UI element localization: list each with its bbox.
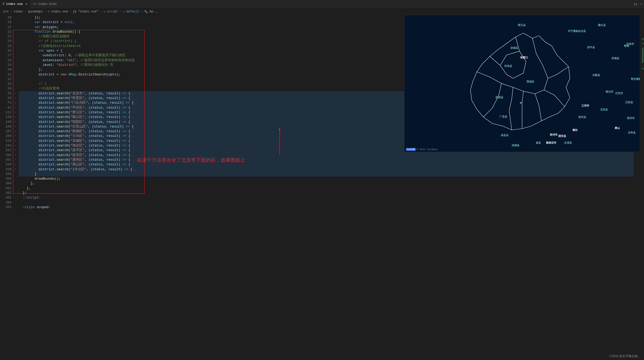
fold-toggle[interactable]: › xyxy=(13,91,18,96)
code-line[interactable]: <style scoped> xyxy=(19,205,644,210)
line-number: 362 xyxy=(0,191,13,195)
line-number: 23 xyxy=(0,34,13,39)
split-icon[interactable]: ⫿⫿ xyxy=(634,2,637,6)
line-number: 54 xyxy=(0,96,13,101)
code-line[interactable]: }, xyxy=(19,186,644,191)
map-label: 廊坊 xyxy=(572,128,578,132)
fold-toggle[interactable]: › xyxy=(13,129,18,134)
tab-actions: ⫿⫿ ⋯ xyxy=(632,0,644,8)
map-preview: 察北县丰宁满族自治县隆化县赤城县滦平县平泉市喀喇张家口承德县怀来县兴隆县青龙满族… xyxy=(404,15,640,152)
line-number: 361 xyxy=(0,186,13,191)
fold-toggle[interactable]: › xyxy=(13,124,18,129)
code-line[interactable]: }, xyxy=(19,181,644,186)
fold-toggle[interactable]: › xyxy=(13,143,18,148)
crumb[interactable]: gaodeApi xyxy=(28,10,43,13)
map-label: 青龙满族自治 xyxy=(631,77,640,81)
fold-gutter: ››››››››››››››››› xyxy=(13,15,18,360)
tab-index-html[interactable]: <> index.html xyxy=(30,0,59,8)
map-label: 涿州市 xyxy=(550,133,558,137)
breadcrumb[interactable]: src› views› gaodeApi› Vindex.vue› {}"ind… xyxy=(0,9,644,15)
map-label: 隆化县 xyxy=(598,23,606,27)
fold-toggle[interactable]: › xyxy=(13,139,18,143)
crumb[interactable]: me... xyxy=(149,10,159,13)
fold-toggle[interactable]: › xyxy=(13,96,18,101)
line-number: 364 xyxy=(0,200,13,205)
line-number: 320 xyxy=(0,162,13,167)
line-number: 29 xyxy=(0,63,13,67)
code-line[interactable]: district.search("房山区", (status, result) … xyxy=(19,162,644,167)
minimap[interactable] xyxy=(641,23,643,360)
line-number: 339 xyxy=(0,167,13,172)
map-label: 玉田县 xyxy=(600,108,608,111)
tab-index-vue[interactable]: V index.vue × xyxy=(0,0,30,8)
line-number: 73 xyxy=(0,101,13,105)
map-label: 遵化市 xyxy=(606,90,613,94)
line-gutter: 1920212223242526272829303132333435547392… xyxy=(0,15,13,360)
line-number: 111 xyxy=(0,110,13,115)
crumb[interactable]: views xyxy=(14,10,23,13)
map-label: 永清县 xyxy=(564,141,572,145)
line-number: 34 xyxy=(0,86,13,91)
map-label: 遂县 xyxy=(536,141,541,145)
code-line[interactable]: } xyxy=(19,172,644,177)
crumb[interactable]: index.vue xyxy=(51,10,68,13)
crumb[interactable]: default xyxy=(126,10,139,13)
code-line[interactable]: </script> xyxy=(19,195,644,200)
map-label: 察北县 xyxy=(518,23,526,27)
tab-label: index.html xyxy=(38,2,57,6)
fold-toggle[interactable]: › xyxy=(13,120,18,124)
crumb[interactable]: "index.vue" xyxy=(78,10,99,13)
crumb[interactable]: src xyxy=(3,10,9,13)
code-line[interactable]: drawBounds(); xyxy=(19,177,644,181)
fold-toggle[interactable]: › xyxy=(13,158,18,162)
line-number: 225 xyxy=(0,139,13,143)
more-icon[interactable]: ⋯ xyxy=(640,2,642,6)
line-number: 25 xyxy=(0,44,13,48)
map-label: 兴隆县 xyxy=(592,73,600,77)
line-number: 27 xyxy=(0,53,13,58)
code-line[interactable]: district.search("通州区", (status, result) … xyxy=(19,158,644,162)
fold-toggle[interactable]: › xyxy=(13,167,18,172)
watermark: CSDN @左手吻左脸。 xyxy=(609,354,641,358)
map-label: 滦平县 xyxy=(587,46,595,49)
map-label: 固安县 xyxy=(558,134,566,138)
map-label: 宽城县 xyxy=(527,80,534,83)
tab-bar: V index.vue × <> index.html ⫿⫿ ⋯ xyxy=(0,0,644,9)
fold-toggle[interactable]: › xyxy=(13,162,18,167)
html-icon: <> xyxy=(33,2,36,6)
crumb[interactable]: script xyxy=(107,10,118,13)
map-label: 怀来县 xyxy=(504,64,512,68)
fold-toggle[interactable]: › xyxy=(13,110,18,115)
map-label: 阳原县 xyxy=(496,96,503,99)
fold-toggle[interactable]: › xyxy=(13,148,18,153)
code-line[interactable]: district.search("|丰台区", (status, result)… xyxy=(19,167,644,172)
map-label: 涞源县 xyxy=(512,144,520,147)
code-line[interactable]: }; xyxy=(19,191,644,195)
line-number: 149 xyxy=(0,120,13,124)
line-number: 19 xyxy=(0,15,13,20)
svg-rect-2 xyxy=(405,15,640,152)
map-label: 滦州市 xyxy=(627,116,635,120)
line-number: 130 xyxy=(0,115,13,119)
fold-toggle[interactable]: › xyxy=(13,153,18,158)
svg-point-3 xyxy=(520,102,522,104)
map-label: 张家口 xyxy=(520,56,528,59)
editor-area: 1920212223242526272829303132333435547392… xyxy=(0,15,644,360)
line-number: 263 xyxy=(0,148,13,153)
line-number: 206 xyxy=(0,134,13,138)
close-icon[interactable]: × xyxy=(25,2,27,6)
fold-toggle[interactable]: › xyxy=(13,105,18,110)
line-number: 365 xyxy=(0,205,13,210)
line-number: 35 xyxy=(0,91,13,96)
map-label: 易县县 xyxy=(501,133,509,137)
line-number: 21 xyxy=(0,25,13,30)
fold-toggle[interactable]: › xyxy=(13,101,18,105)
fold-toggle[interactable]: › xyxy=(13,115,18,119)
code-line[interactable]: district.search("延庆区", (status, result) … xyxy=(19,153,644,158)
fold-toggle[interactable]: › xyxy=(13,134,18,138)
map-label: 丰宁满族自治县 xyxy=(568,29,586,33)
annotation-text: 在这个方法里补全了北京市下面的区，效果图如上 xyxy=(137,157,245,164)
line-number: 187 xyxy=(0,129,13,134)
code-line[interactable] xyxy=(19,200,644,205)
line-number: 31 xyxy=(0,72,13,77)
